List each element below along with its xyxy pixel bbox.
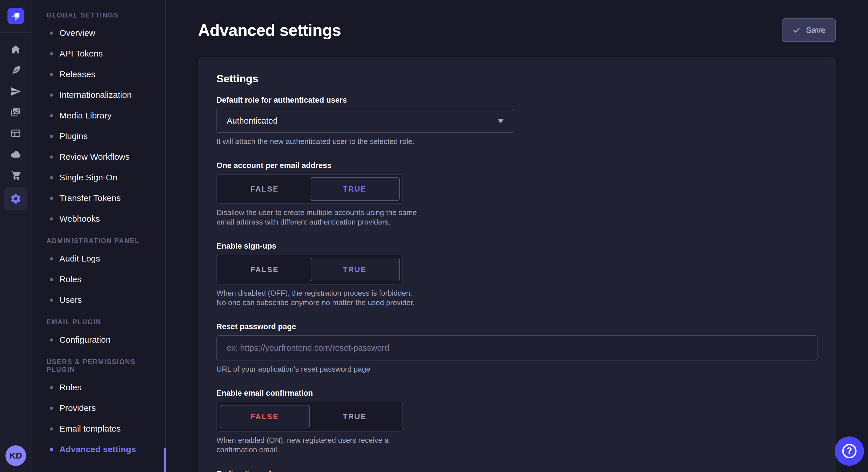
sidebar-item-label: Overview [59,28,95,38]
home-icon[interactable] [4,39,27,60]
enable-signups-false-option[interactable]: FALSE [220,258,310,281]
content-type-builder-icon[interactable] [4,123,27,144]
bullet-icon [50,32,53,35]
rail-nav [4,33,27,210]
sidebar-item-label: Single Sign-On [59,173,117,182]
sidebar-item-advanced-settings[interactable]: Advanced settings [32,439,165,460]
sidebar-item-label: Roles [59,382,82,392]
bullet-icon [50,427,53,430]
default-role-select-value: Authenticated [227,116,278,126]
field-label: Enable email confirmation [216,389,817,398]
settings-gear-icon[interactable] [4,187,27,210]
sidebar-item-admin-roles[interactable]: Roles [32,269,165,290]
sidebar-item-transfer-tokens[interactable]: Transfer Tokens [32,188,165,208]
settings-card: Settings Default role for authenticated … [198,57,836,472]
bullet-icon [50,197,53,200]
logo-area [0,0,32,33]
page-header: Advanced settings Save [198,0,836,48]
bullet-icon [50,73,53,76]
section-administration-panel: ADMINISTRATION PANEL Audit Logs Roles Us… [32,233,165,310]
bullet-icon [50,135,53,138]
active-item-indicator [164,448,166,472]
section-users-permissions-plugin: USERS & PERMISSIONS PLUGIN Roles Provide… [32,354,165,460]
settings-sidebar: GLOBAL SETTINGS Overview API Tokens Rele… [32,0,166,472]
sidebar-item-overview[interactable]: Overview [32,23,165,43]
field-label: One account per email address [216,161,817,170]
sidebar-item-label: Roles [59,274,82,284]
sidebar-item-audit-logs[interactable]: Audit Logs [32,248,165,269]
enable-signups-toggle: FALSE TRUE [216,255,403,284]
field-enable-signups: Enable sign-ups FALSE TRUE When disabled… [216,242,817,307]
one-account-toggle: FALSE TRUE [216,174,403,204]
marketplace-cart-icon[interactable] [4,165,27,186]
bullet-icon [50,278,53,281]
email-confirmation-toggle: FALSE TRUE [216,402,403,432]
field-redirection-url: Redirection url [216,469,817,472]
one-account-true-option[interactable]: TRUE [310,177,400,201]
sidebar-item-internationalization[interactable]: Internationalization [32,85,165,105]
sidebar-item-api-tokens[interactable]: API Tokens [32,43,165,64]
sidebar-item-plugins[interactable]: Plugins [32,126,165,146]
icon-rail: KD [0,0,32,472]
sidebar-item-webhooks[interactable]: Webhooks [32,208,165,229]
sidebar-item-label: Advanced settings [59,444,136,454]
reset-password-input[interactable] [216,335,817,361]
sidebar-item-label: Providers [59,403,96,413]
settings-heading: Settings [216,73,817,85]
sidebar-item-label: Users [59,295,82,305]
bullet-icon [50,156,53,159]
sidebar-item-label: Audit Logs [59,254,100,264]
media-library-icon[interactable] [4,102,27,123]
email-confirmation-false-option[interactable]: FALSE [220,405,310,429]
field-label: Enable sign-ups [216,242,817,250]
field-reset-password: Reset password page URL of your applicat… [216,322,817,374]
save-button[interactable]: Save [782,19,836,42]
default-role-select[interactable]: Authenticated [216,109,515,133]
enable-signups-true-option[interactable]: TRUE [310,258,400,281]
sidebar-item-media-library[interactable]: Media Library [32,105,165,126]
sidebar-item-label: Review Workflows [59,152,130,162]
check-icon [792,26,801,34]
rail-footer: KD [0,439,32,472]
field-hint: When enabled (ON), new registered users … [216,436,417,454]
sidebar-item-providers[interactable]: Providers [32,398,165,418]
help-button[interactable]: ? [835,436,864,466]
paper-plane-icon[interactable] [4,81,27,102]
sidebar-item-label: Releases [59,69,95,79]
bullet-icon [50,386,53,389]
cloud-icon[interactable] [4,144,27,165]
bullet-icon [50,407,53,410]
field-hint: When disabled (OFF), the registration pr… [216,289,417,307]
feather-content-icon[interactable] [4,60,27,81]
field-hint: URL of your application's reset password… [216,365,817,374]
avatar[interactable]: KD [5,445,26,466]
question-mark-icon: ? [842,444,857,458]
sidebar-item-single-sign-on[interactable]: Single Sign-On [32,167,165,188]
sidebar-item-email-templates[interactable]: Email templates [32,418,165,439]
field-hint: It will attach the new authenticated use… [216,137,817,146]
bullet-icon [50,448,53,451]
bullet-icon [50,52,53,55]
sidebar-item-label: Email templates [59,424,121,434]
field-default-role: Default role for authenticated users Aut… [216,96,817,146]
sidebar-item-configuration[interactable]: Configuration [32,330,165,350]
strapi-logo[interactable] [7,8,24,24]
page-title: Advanced settings [198,21,341,40]
bullet-icon [50,257,53,260]
sidebar-item-admin-users[interactable]: Users [32,290,165,310]
field-label: Default role for authenticated users [216,96,817,105]
sidebar-item-label: API Tokens [59,49,103,59]
section-email-plugin: EMAIL PLUGIN Configuration [32,314,165,350]
sidebar-item-up-roles[interactable]: Roles [32,377,165,398]
field-label: Reset password page [216,322,817,331]
sidebar-item-releases[interactable]: Releases [32,64,165,85]
field-one-account: One account per email address FALSE TRUE… [216,161,817,227]
strapi-logo-icon [7,8,24,24]
section-title: USERS & PERMISSIONS PLUGIN [32,354,165,377]
field-label: Redirection url [216,469,817,472]
sidebar-item-review-workflows[interactable]: Review Workflows [32,146,165,167]
save-button-label: Save [806,26,826,35]
email-confirmation-true-option[interactable]: TRUE [310,405,400,429]
sidebar-item-label: Webhooks [59,214,100,224]
one-account-false-option[interactable]: FALSE [220,177,310,201]
